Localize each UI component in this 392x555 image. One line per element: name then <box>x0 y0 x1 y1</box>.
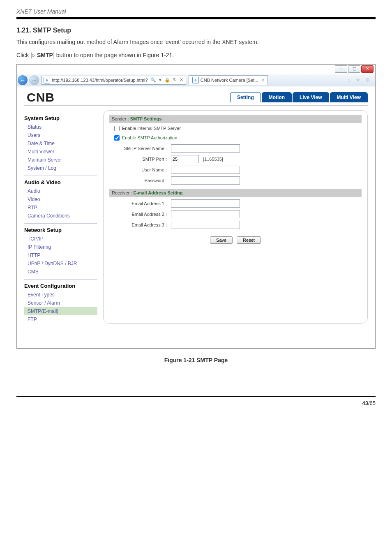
sidebar-item-video[interactable]: Video <box>24 195 97 204</box>
click-smtp: SMTP <box>35 52 53 58</box>
chk-smtp-auth[interactable] <box>114 135 120 141</box>
sidebar-item-sensor[interactable]: Sensor / Alarm <box>24 299 97 307</box>
ie-icon: e <box>192 77 199 83</box>
input-server-name[interactable] <box>171 144 240 153</box>
sidebar-item-rtp[interactable]: RTP <box>24 204 97 212</box>
minimize-button[interactable]: — <box>335 65 347 73</box>
forward-button[interactable]: → <box>29 75 39 85</box>
sidebar-item-users[interactable]: Users <box>24 131 97 139</box>
top-tabs: Setting Motion Live View Multi View <box>229 92 368 102</box>
input-smtp-port[interactable] <box>171 155 199 163</box>
url-text: http://192.168.123.43/html/operator/Setu… <box>52 78 148 83</box>
manual-title: XNET User Manual <box>16 0 376 17</box>
sidebar-item-status[interactable]: Status <box>24 123 97 131</box>
window-controls: — ▢ ✕ <box>17 65 375 74</box>
toolbar-right-icons[interactable]: ⌂ ★ ⚙ <box>348 77 375 83</box>
maximize-button[interactable]: ▢ <box>348 65 360 73</box>
click-prefix: Click [ <box>16 52 32 58</box>
input-email2[interactable] <box>171 210 240 218</box>
sidebar-group-event: Event Configuration <box>24 283 97 289</box>
sidebar-item-cms[interactable]: CMS <box>24 268 97 276</box>
sender-bar: Sender : SMTP Settings <box>109 115 362 123</box>
reset-button[interactable]: Reset <box>237 236 261 244</box>
page-total: 65 <box>370 400 376 406</box>
sidebar-item-multiviewer[interactable]: Multi Viewer <box>24 148 97 156</box>
sender-bold: SMTP Settings <box>130 116 162 121</box>
tab-motion[interactable]: Motion <box>262 92 292 102</box>
sidebar-item-systemlog[interactable]: System / Log <box>24 164 97 172</box>
close-window-button[interactable]: ✕ <box>361 65 374 73</box>
lbl-email1: Email Address 1 : <box>109 201 171 206</box>
brand-logo: CNB <box>27 90 55 104</box>
footer-divider <box>16 396 376 397</box>
screenshot-window: — ▢ ✕ ← → e http://192.168.123.43/html/o… <box>16 64 376 349</box>
triangle-icon: ▷ <box>32 52 35 59</box>
address-bar[interactable]: e http://192.168.123.43/html/operator/Se… <box>42 76 186 85</box>
click-instruction: Click [▷ SMTP] button to open the page s… <box>16 51 376 60</box>
chk-auth-label: Enable SMTP Authorization <box>122 135 177 140</box>
sidebar-item-tcpip[interactable]: TCP/IP <box>24 235 97 243</box>
sidebar-item-upnp[interactable]: UPnP / DynDNS / BJR <box>24 259 97 268</box>
section-heading: 1.21. SMTP Setup <box>16 27 376 34</box>
divider <box>16 17 376 19</box>
sidebar-group-av: Audio & Video <box>24 179 97 185</box>
hint-port-range: [1..65535] <box>203 157 223 162</box>
figure-caption: Figure 1-21 SMTP Page <box>16 357 376 363</box>
browser-toolbar: ← → e http://192.168.123.43/html/operato… <box>17 74 375 86</box>
sidebar-item-ipfilter[interactable]: IP Filtering <box>24 243 97 251</box>
sidebar-item-ftp[interactable]: FTP <box>24 315 97 324</box>
tab-multi-view[interactable]: Multi View <box>330 92 368 102</box>
sidebar-item-eventtypes[interactable]: Event Types <box>24 291 97 299</box>
sidebar-item-audio[interactable]: Audio <box>24 187 97 195</box>
sidebar-group-system: System Setup <box>24 115 97 121</box>
sidebar: System Setup Status Users Date & Time Mu… <box>24 110 97 324</box>
lbl-password: Password : <box>109 178 171 183</box>
lbl-smtp-port: SMTP Port : <box>109 157 171 162</box>
chk-internal-label: Enable Internal SMTP Server <box>122 126 181 131</box>
input-email3[interactable] <box>171 221 240 229</box>
save-button[interactable]: Save <box>210 236 233 244</box>
input-password[interactable] <box>171 176 240 185</box>
back-button[interactable]: ← <box>18 75 28 85</box>
page-footer: 43 / 65 <box>16 400 376 414</box>
settings-panel: Sender : SMTP Settings Enable Internal S… <box>103 110 368 324</box>
click-suffix: ] button to open the page shown in Figur… <box>53 52 174 58</box>
tab-live-view[interactable]: Live View <box>293 92 329 102</box>
page-current: 43 <box>362 400 368 406</box>
sidebar-group-network: Network Setup <box>24 227 97 233</box>
address-glyphs: 🔍 ▾ 🔒 ↻ ✕ <box>150 77 184 83</box>
sidebar-item-maintain[interactable]: Maintain Server <box>24 156 97 164</box>
ie-icon: e <box>44 77 50 83</box>
receiver-bold: E-mail Address Setting <box>134 190 183 195</box>
receiver-bar: Receiver : E-mail Address Setting <box>109 189 362 197</box>
tab-close-icon[interactable]: × <box>261 78 264 83</box>
input-username[interactable] <box>171 166 240 174</box>
receiver-prefix: Receiver : <box>112 190 134 195</box>
lbl-email2: Email Address 2 : <box>109 212 171 217</box>
sidebar-item-camera-cond[interactable]: Camera Conditions <box>24 212 97 220</box>
intro-text: This configures mailing out method of Al… <box>16 37 376 46</box>
lbl-username: User Name : <box>109 167 171 172</box>
chk-internal-smtp[interactable] <box>114 126 120 131</box>
lbl-email3: Email Address 3 : <box>109 222 171 227</box>
sidebar-item-http[interactable]: HTTP <box>24 251 97 259</box>
sidebar-item-smtp[interactable]: SMTP(E-mail) <box>24 307 97 315</box>
tab-setting[interactable]: Setting <box>230 92 261 102</box>
sender-prefix: Sender : <box>112 116 130 121</box>
sidebar-item-datetime[interactable]: Date & Time <box>24 139 97 148</box>
input-email1[interactable] <box>171 199 240 208</box>
tab-title: CNB Network Camera [Set... <box>201 78 258 83</box>
lbl-server-name: SMTP Server Name : <box>109 146 171 151</box>
browser-tab[interactable]: e CNB Network Camera [Set... × <box>189 75 268 85</box>
